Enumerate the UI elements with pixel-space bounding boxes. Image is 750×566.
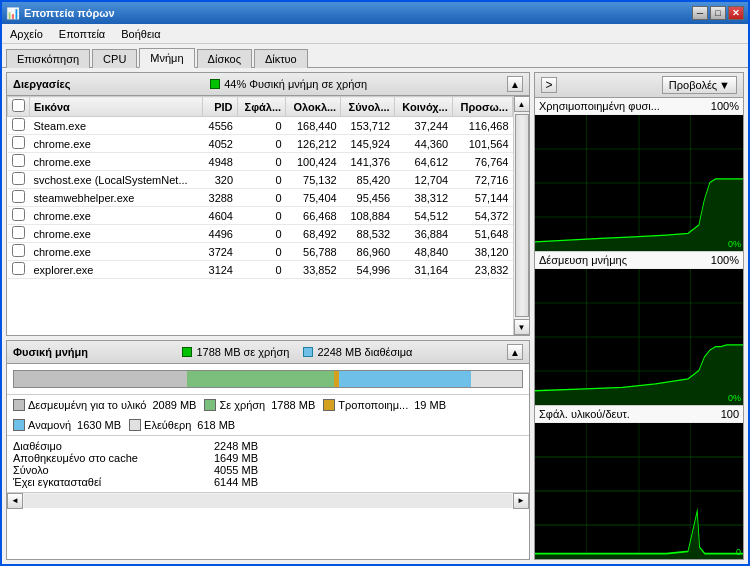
scroll-thumb[interactable]	[515, 114, 529, 317]
col-c4: Ολοκλ...	[286, 97, 341, 117]
row-checkbox[interactable]	[12, 262, 25, 275]
row-c6: 31,164	[394, 261, 452, 279]
table-row[interactable]: explorer.exe 3124 0 33,852 54,996 31,164…	[8, 261, 513, 279]
row-checkbox[interactable]	[12, 208, 25, 221]
row-name: svchost.exe (LocalSystemNet...	[30, 171, 203, 189]
row-pid: 4556	[202, 117, 237, 135]
minimize-button[interactable]: ─	[692, 6, 708, 20]
stat-label-installed: Έχει εγκατασταθεί	[13, 476, 101, 488]
legend-item-reserved: Δεσμευμένη για το υλικό 2089 MB	[13, 399, 196, 411]
menu-monitor[interactable]: Εποπτεία	[51, 26, 113, 42]
row-name: chrome.exe	[30, 153, 203, 171]
row-pid: 3724	[202, 243, 237, 261]
chart-faults: Σφάλ. υλικού/δευτ. 100	[535, 406, 743, 559]
row-checkbox[interactable]	[12, 190, 25, 203]
row-checkbox-cell	[8, 117, 30, 135]
legend-item-standby: Αναμονή 1630 MB	[13, 419, 121, 431]
tab-disk[interactable]: Δίσκος	[197, 49, 252, 68]
row-c7: 116,468	[452, 117, 512, 135]
tab-cpu[interactable]: CPU	[92, 49, 137, 68]
processes-collapse-button[interactable]: ▲	[507, 76, 523, 92]
chart-memory-label: Χρησιμοποιημένη φυσι... 100%	[535, 98, 743, 115]
col-c3: Σφάλ...	[237, 97, 286, 117]
legend-box-free	[129, 419, 141, 431]
chart-faults-label: Σφάλ. υλικού/δευτ. 100	[535, 406, 743, 423]
table-row[interactable]: chrome.exe 4052 0 126,212 145,924 44,360…	[8, 135, 513, 153]
table-row[interactable]: chrome.exe 3724 0 56,788 86,960 48,840 3…	[8, 243, 513, 261]
table-row[interactable]: chrome.exe 4496 0 68,492 88,532 36,884 5…	[8, 225, 513, 243]
row-c4: 33,852	[286, 261, 341, 279]
memory-bottom-scrollbar[interactable]: ◄ ►	[7, 492, 529, 508]
tab-bar: Επισκόπηση CPU Μνήμη Δίσκος Δίκτυο	[2, 44, 748, 68]
close-button[interactable]: ✕	[728, 6, 744, 20]
row-c4: 75,404	[286, 189, 341, 207]
legend-item-modified: Τροποποιημ... 19 MB	[323, 399, 446, 411]
table-row[interactable]: Steam.exe 4556 0 168,440 153,712 37,244 …	[8, 117, 513, 135]
row-name: chrome.exe	[30, 225, 203, 243]
row-checkbox-cell	[8, 153, 30, 171]
row-pid: 4496	[202, 225, 237, 243]
col-checkbox	[8, 97, 30, 117]
memory-collapse-button[interactable]: ▲	[507, 344, 523, 360]
row-checkbox-cell	[8, 225, 30, 243]
chart-faults-bottom-val: 0	[736, 547, 741, 557]
tab-overview[interactable]: Επισκόπηση	[6, 49, 90, 68]
memory-bar-container	[7, 364, 529, 395]
chart-memory-top-pct: 100%	[711, 100, 739, 112]
scroll-up-arrow[interactable]: ▲	[514, 96, 530, 112]
stat-total: Σύνολο 4055 MB	[13, 464, 258, 476]
processes-scrollbar[interactable]: ▲ ▼	[513, 96, 529, 335]
chart-memory-bottom-pct: 0%	[728, 239, 741, 249]
row-c4: 56,788	[286, 243, 341, 261]
expand-button[interactable]: >	[541, 77, 557, 93]
scroll-right-arrow[interactable]: ►	[513, 493, 529, 509]
menu-file[interactable]: Αρχείο	[2, 26, 51, 42]
row-c4: 66,468	[286, 207, 341, 225]
stat-installed: Έχει εγκατασταθεί 6144 MB	[13, 476, 258, 488]
row-name: chrome.exe	[30, 243, 203, 261]
tab-memory[interactable]: Μνήμη	[139, 48, 194, 68]
legend-box-reserved	[13, 399, 25, 411]
memory-badge: 1788 MB σε χρήση 2248 MB διαθέσιμα	[182, 346, 412, 358]
memory-bar-segment-free	[471, 371, 522, 387]
processes-badge-text: 44% Φυσική μνήμη σε χρήση	[224, 78, 367, 90]
scroll-left-arrow[interactable]: ◄	[7, 493, 23, 509]
main-window: 📊 Εποπτεία πόρων ─ □ ✕ Αρχείο Εποπτεία Β…	[0, 0, 750, 566]
row-pid: 4604	[202, 207, 237, 225]
maximize-button[interactable]: □	[710, 6, 726, 20]
table-row[interactable]: chrome.exe 4948 0 100,424 141,376 64,612…	[8, 153, 513, 171]
memory-status-dot	[182, 347, 192, 357]
memory-title: Φυσική μνήμη	[13, 346, 88, 358]
table-row[interactable]: chrome.exe 4604 0 66,468 108,884 54,512 …	[8, 207, 513, 225]
scroll-down-arrow[interactable]: ▼	[514, 319, 530, 335]
row-c6: 36,884	[394, 225, 452, 243]
table-row[interactable]: steamwebhelper.exe 3288 0 75,404 95,456 …	[8, 189, 513, 207]
row-c5: 88,532	[341, 225, 394, 243]
row-c6: 37,244	[394, 117, 452, 135]
row-name: Steam.exe	[30, 117, 203, 135]
row-c3: 0	[237, 225, 286, 243]
row-checkbox[interactable]	[12, 244, 25, 257]
row-checkbox[interactable]	[12, 118, 25, 131]
menu-help[interactable]: Βοήθεια	[113, 26, 168, 42]
chart-faults-svg	[535, 423, 743, 559]
row-checkbox-cell	[8, 171, 30, 189]
stats-left: Διαθέσιμο 2248 MB Αποθηκευμένο στο cache…	[13, 440, 258, 488]
views-button[interactable]: Προβολές ▼	[662, 76, 737, 94]
row-c3: 0	[237, 261, 286, 279]
row-checkbox[interactable]	[12, 136, 25, 149]
row-checkbox[interactable]	[12, 226, 25, 239]
memory-badge-text2: 2248 MB διαθέσιμα	[317, 346, 412, 358]
select-all-checkbox[interactable]	[12, 99, 25, 112]
col-c7: Προσω...	[452, 97, 512, 117]
tab-network[interactable]: Δίκτυο	[254, 49, 308, 68]
col-image: Εικόνα	[30, 97, 203, 117]
row-c7: 23,832	[452, 261, 512, 279]
processes-table-wrapper: Εικόνα PID Σφάλ... Ολοκλ... Σύνολ... Κοι…	[7, 96, 513, 335]
scroll-h-track[interactable]	[24, 494, 512, 508]
legend-value-reserved: 2089 MB	[152, 399, 196, 411]
row-checkbox[interactable]	[12, 172, 25, 185]
row-checkbox[interactable]	[12, 154, 25, 167]
row-c7: 57,144	[452, 189, 512, 207]
table-row[interactable]: svchost.exe (LocalSystemNet... 320 0 75,…	[8, 171, 513, 189]
